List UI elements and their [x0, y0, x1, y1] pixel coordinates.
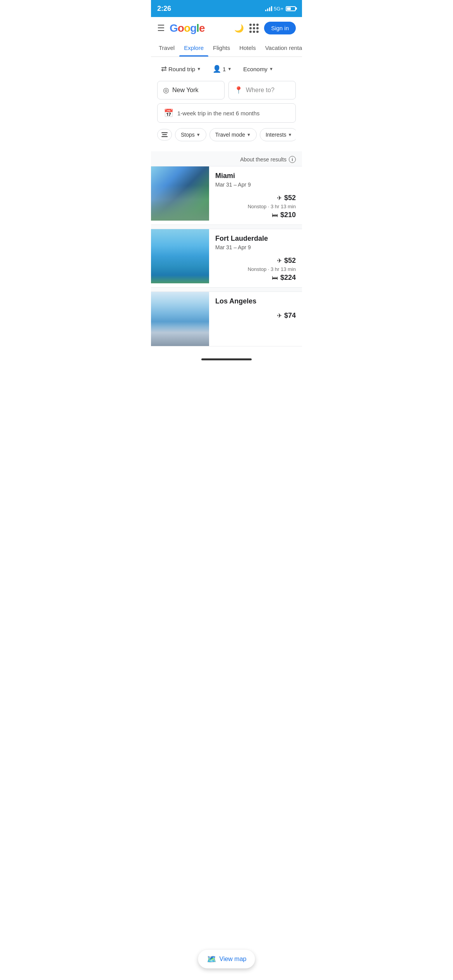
- filter-settings-icon: [161, 132, 168, 137]
- stops-label: Stops: [181, 132, 195, 138]
- person-icon: 👤: [213, 65, 221, 73]
- interests-chevron: ▼: [288, 132, 292, 137]
- result-card-fort-lauderdale[interactable]: Fort Lauderdale Mar 31 – Apr 9 ✈ $52 Non…: [151, 229, 302, 288]
- results-area: About these results i Miami Mar 31 – Apr…: [151, 151, 302, 346]
- fort-lauderdale-hotel-price: $224: [280, 274, 296, 282]
- result-card-los-angeles[interactable]: Los Angeles ✈ $74: [151, 291, 302, 346]
- los-angeles-city-name: Los Angeles: [215, 297, 296, 305]
- sign-in-button[interactable]: Sign in: [264, 22, 296, 34]
- travel-mode-chevron: ▼: [247, 132, 251, 137]
- fort-lauderdale-dates: Mar 31 – Apr 9: [215, 244, 296, 250]
- tab-flights[interactable]: Flights: [208, 39, 235, 57]
- origin-icon: ◎: [163, 86, 169, 94]
- stops-filter-button[interactable]: Stops ▼: [175, 128, 206, 141]
- calendar-icon: 📅: [164, 108, 173, 118]
- los-angeles-image: [151, 292, 209, 346]
- date-input[interactable]: 📅 1-week trip in the next 6 months: [157, 103, 296, 123]
- fort-lauderdale-card-content: Fort Lauderdale Mar 31 – Apr 9 ✈ $52 Non…: [209, 229, 302, 287]
- info-icon[interactable]: i: [289, 156, 296, 163]
- origin-text: New York: [172, 87, 199, 94]
- miami-city-name: Miami: [215, 172, 296, 180]
- miami-hotel-icon: 🛏: [272, 212, 278, 219]
- location-inputs: ◎ New York 📍 Where to?: [157, 81, 296, 99]
- passengers-chevron: ▼: [227, 67, 232, 71]
- los-angeles-flight-price: $74: [284, 312, 296, 320]
- apps-grid-icon[interactable]: [249, 24, 259, 33]
- search-area: ⇄ Round trip ▼ 👤 1 ▼ Economy ▼ ◎ New Yor…: [151, 57, 302, 151]
- miami-hotel-price: $210: [280, 211, 296, 219]
- status-icons: 5G+: [265, 6, 296, 12]
- bottom-bar: [151, 350, 302, 363]
- miami-image: [151, 166, 209, 221]
- los-angeles-flight-price-row: ✈ $74: [215, 312, 296, 320]
- stops-chevron: ▼: [196, 132, 201, 137]
- los-angeles-plane-icon: ✈: [277, 312, 282, 319]
- miami-card-content: Miami Mar 31 – Apr 9 ✈ $52 Nonstop · 3 h…: [209, 166, 302, 224]
- header: ☰ Google 🌙 Sign in: [151, 17, 302, 39]
- home-indicator: [201, 358, 252, 360]
- travel-mode-label: Travel mode: [215, 132, 245, 138]
- miami-flight-info: Nonstop · 3 hr 13 min: [215, 204, 296, 209]
- about-results: About these results i: [151, 151, 302, 166]
- class-selector[interactable]: Economy ▼: [239, 63, 277, 75]
- fort-lauderdale-hotel-price-row: 🛏 $224: [215, 274, 296, 282]
- class-chevron: ▼: [269, 67, 273, 71]
- passenger-count: 1: [223, 66, 226, 72]
- round-trip-icon: ⇄: [161, 65, 167, 73]
- battery-icon: [286, 6, 296, 11]
- tab-travel[interactable]: Travel: [154, 39, 179, 57]
- fort-lauderdale-hotel-icon: 🛏: [272, 274, 278, 281]
- trip-type-chevron: ▼: [197, 67, 201, 71]
- fort-lauderdale-image: [151, 229, 209, 283]
- header-icons: 🌙 Sign in: [234, 22, 296, 34]
- miami-hotel-price-row: 🛏 $210: [215, 211, 296, 219]
- filter-settings-button[interactable]: [157, 129, 172, 140]
- date-range-text: 1-week trip in the next 6 months: [177, 110, 260, 117]
- origin-input[interactable]: ◎ New York: [157, 81, 225, 99]
- fort-lauderdale-flight-info: Nonstop · 3 hr 13 min: [215, 266, 296, 272]
- network-label: 5G+: [274, 6, 283, 12]
- signal-bars-icon: [265, 6, 272, 11]
- travel-mode-filter-button[interactable]: Travel mode ▼: [209, 128, 257, 141]
- destination-placeholder: Where to?: [246, 87, 275, 94]
- fort-lauderdale-flight-price: $52: [284, 257, 296, 265]
- nav-tabs: Travel Explore Flights Hotels Vacation r…: [151, 39, 302, 57]
- miami-dates: Mar 31 – Apr 9: [215, 182, 296, 188]
- destination-input[interactable]: 📍 Where to?: [228, 81, 296, 99]
- hamburger-menu-icon[interactable]: ☰: [157, 23, 165, 33]
- tab-hotels[interactable]: Hotels: [235, 39, 261, 57]
- miami-plane-icon: ✈: [277, 194, 282, 202]
- interests-label: Interests: [266, 132, 287, 138]
- filter-row: Stops ▼ Travel mode ▼ Interests ▼: [157, 128, 296, 143]
- status-bar: 2:26 5G+: [151, 0, 302, 17]
- dark-mode-icon[interactable]: 🌙: [234, 24, 244, 33]
- google-logo: Google: [170, 22, 230, 34]
- interests-filter-button[interactable]: Interests ▼: [260, 128, 296, 141]
- los-angeles-card-content: Los Angeles ✈ $74: [209, 292, 302, 346]
- destination-icon: 📍: [234, 86, 243, 94]
- fort-lauderdale-flight-price-row: ✈ $52: [215, 257, 296, 265]
- miami-flight-price: $52: [284, 194, 296, 202]
- miami-flight-price-row: ✈ $52: [215, 194, 296, 202]
- trip-options: ⇄ Round trip ▼ 👤 1 ▼ Economy ▼: [157, 62, 296, 75]
- fort-lauderdale-plane-icon: ✈: [277, 257, 282, 264]
- tab-explore[interactable]: Explore: [179, 39, 208, 57]
- status-time: 2:26: [157, 5, 171, 13]
- fort-lauderdale-city-name: Fort Lauderdale: [215, 235, 296, 243]
- tab-vacation-rentals[interactable]: Vacation rentals: [261, 39, 302, 57]
- trip-type-label: Round trip: [168, 66, 195, 72]
- class-label: Economy: [243, 66, 268, 72]
- result-card-miami[interactable]: Miami Mar 31 – Apr 9 ✈ $52 Nonstop · 3 h…: [151, 166, 302, 225]
- about-results-text: About these results: [240, 156, 287, 163]
- passengers-selector[interactable]: 👤 1 ▼: [209, 62, 235, 75]
- round-trip-selector[interactable]: ⇄ Round trip ▼: [157, 62, 205, 75]
